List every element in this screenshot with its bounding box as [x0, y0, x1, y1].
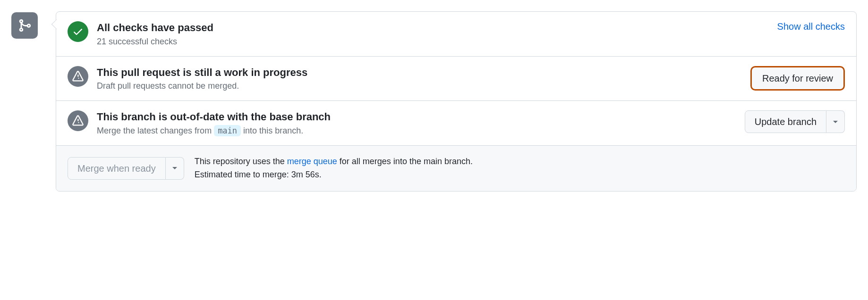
merge-panel: All checks have passed 21 successful che… [56, 11, 857, 192]
alert-icon [72, 71, 84, 82]
update-branch-group: Update branch [745, 110, 845, 133]
update-branch-dropdown[interactable] [826, 110, 845, 133]
merge-when-ready-button[interactable]: Merge when ready [68, 157, 166, 180]
checks-subtitle: 21 successful checks [97, 37, 769, 47]
show-all-checks-link[interactable]: Show all checks [777, 21, 845, 32]
outdated-status-badge [68, 110, 88, 131]
git-merge-icon [17, 18, 32, 33]
merge-when-ready-dropdown[interactable] [166, 157, 184, 180]
checks-title: All checks have passed [97, 21, 769, 35]
outdated-title: This branch is out-of-date with the base… [97, 110, 736, 124]
caret-down-icon [833, 121, 838, 123]
merge-footer: Merge when ready This repository uses th… [56, 146, 856, 191]
checks-section: All checks have passed 21 successful che… [56, 12, 856, 57]
base-branch-name: main [214, 125, 241, 136]
caret-down-icon [172, 167, 177, 169]
footer-line-suffix: for all merges into the main branch. [337, 157, 473, 166]
update-branch-button[interactable]: Update branch [745, 110, 826, 133]
draft-section: This pull request is still a work in pro… [56, 57, 856, 101]
ready-for-review-button[interactable]: Ready for review [750, 66, 845, 91]
outdated-sub-suffix: into this branch. [243, 126, 303, 135]
outdated-section: This branch is out-of-date with the base… [56, 101, 856, 146]
merge-queue-info: This repository uses the merge queue for… [195, 155, 473, 182]
checks-success-badge [68, 21, 88, 42]
git-merge-timeline-badge [11, 12, 38, 39]
draft-status-badge [68, 66, 88, 87]
outdated-sub-prefix: Merge the latest changes from [97, 126, 214, 135]
draft-title: This pull request is still a work in pro… [97, 66, 742, 80]
merge-when-ready-group: Merge when ready [68, 157, 184, 180]
check-icon [72, 26, 84, 37]
outdated-subtitle: Merge the latest changes from main into … [97, 126, 736, 136]
merge-estimate: Estimated time to merge: 3m 56s. [195, 168, 473, 182]
draft-subtitle: Draft pull requests cannot be merged. [97, 81, 742, 91]
footer-line-prefix: This repository uses the [195, 157, 287, 166]
alert-icon [72, 115, 84, 126]
merge-status-container: All checks have passed 21 successful che… [11, 11, 857, 192]
merge-queue-link[interactable]: merge queue [287, 157, 337, 166]
